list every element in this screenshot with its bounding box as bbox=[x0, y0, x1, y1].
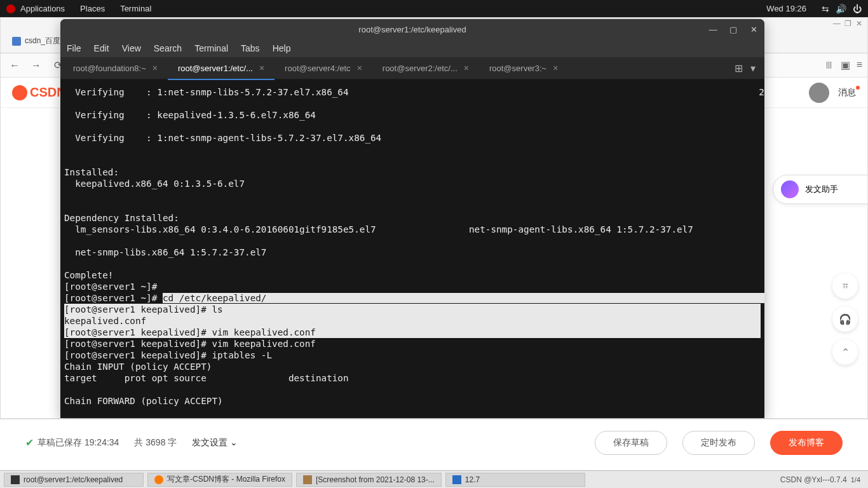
forward-button[interactable]: → bbox=[27, 57, 45, 74]
places-menu[interactable]: Places bbox=[80, 4, 105, 13]
avatar[interactable] bbox=[809, 83, 829, 103]
library-icon[interactable]: ⫼ bbox=[824, 59, 834, 71]
terminal-output-top: Verifying : 1:net-snmp-libs-5.7.2-37.el7… bbox=[64, 86, 761, 304]
sidebar-icon[interactable]: ▣ bbox=[841, 59, 850, 71]
notification-dot-icon bbox=[856, 86, 860, 90]
back-button[interactable]: ← bbox=[6, 57, 24, 74]
menu-edit[interactable]: Edit bbox=[94, 43, 109, 53]
window-close[interactable]: ✕ bbox=[856, 19, 862, 28]
hamburger-icon[interactable]: ≡ bbox=[857, 59, 862, 71]
menu-tabs[interactable]: Tabs bbox=[241, 43, 260, 53]
terminal-window: root@server1:/etc/keepalived — ▢ ✕ File … bbox=[60, 19, 764, 418]
close-icon[interactable]: × bbox=[553, 63, 558, 73]
menu-terminal[interactable]: Terminal bbox=[194, 43, 228, 53]
terminal-output-highlight: [root@server1 keepalived]# ls keepalived… bbox=[64, 304, 761, 338]
task-firefox[interactable]: 写文章-CSDN博客 - Mozilla Firefox bbox=[147, 473, 292, 487]
writing-assistant-float[interactable]: 发文助手 bbox=[773, 175, 868, 204]
terminal-titlebar: root@server1:/etc/keepalived — ▢ ✕ bbox=[60, 19, 764, 39]
task-document[interactable]: 12.7 bbox=[445, 473, 585, 487]
term-tab-server4[interactable]: root@server4:/etc× bbox=[275, 57, 372, 79]
csdn-mascot-icon bbox=[12, 85, 27, 100]
word-count: 共 3698 字 bbox=[134, 437, 177, 449]
terminal-output-bottom: [root@server1 keepalived]# vim keepalive… bbox=[64, 338, 761, 407]
terminal-menubar: File Edit View Search Terminal Tabs Help bbox=[60, 39, 764, 57]
save-draft-button[interactable]: 保存草稿 bbox=[595, 431, 667, 455]
qr-icon[interactable]: ⌗ bbox=[832, 273, 858, 299]
close-button[interactable]: ✕ bbox=[748, 24, 759, 35]
terminal-body[interactable]: Verifying : 1:net-snmp-libs-5.7.2-37.el7… bbox=[60, 80, 764, 418]
image-icon bbox=[303, 475, 312, 484]
tab-menu-icon[interactable]: ▾ bbox=[750, 62, 756, 74]
collapse-up-icon[interactable]: ⌃ bbox=[832, 339, 858, 365]
menu-file[interactable]: File bbox=[67, 43, 81, 53]
term-tab-server2[interactable]: root@server2:/etc/...× bbox=[372, 57, 479, 79]
task-terminal[interactable]: root@server1:/etc/keepalived bbox=[4, 473, 144, 487]
menu-view[interactable]: View bbox=[122, 43, 141, 53]
publish-settings[interactable]: 发文设置 ⌄ bbox=[192, 437, 238, 449]
wifi-icon[interactable]: ⇆ bbox=[822, 4, 829, 14]
clock[interactable]: Wed 19:26 bbox=[766, 4, 806, 13]
menu-help[interactable]: Help bbox=[273, 43, 291, 53]
side-tools: ⌗ 🎧 ⌃ bbox=[832, 273, 858, 365]
terminal-icon bbox=[11, 475, 20, 484]
close-icon[interactable]: × bbox=[259, 63, 264, 73]
publish-button[interactable]: 发布博客 bbox=[770, 431, 843, 455]
window-maximize[interactable]: ❐ bbox=[844, 19, 851, 28]
headset-icon[interactable]: 🎧 bbox=[832, 306, 858, 332]
terminal-title: root@server1:/etc/keepalived bbox=[358, 25, 466, 34]
draft-status: ✔ 草稿已保存 19:24:34 bbox=[25, 437, 119, 449]
term-tab-foundation8[interactable]: root@foundation8:~× bbox=[63, 57, 168, 79]
power-icon[interactable]: ⏻ bbox=[853, 4, 862, 14]
maximize-button[interactable]: ▢ bbox=[728, 24, 739, 35]
close-icon[interactable]: × bbox=[357, 63, 362, 73]
minimize-button[interactable]: — bbox=[707, 24, 719, 35]
watermark-text: CSDN @Yxl---0.7.4 bbox=[780, 475, 847, 484]
terminal-menu[interactable]: Terminal bbox=[120, 4, 151, 13]
gnome-taskbar: root@server1:/etc/keepalived 写文章-CSDN博客 … bbox=[0, 470, 868, 488]
schedule-publish-button[interactable]: 定时发布 bbox=[682, 431, 755, 455]
browser-tab[interactable]: csdn_百度 bbox=[4, 32, 68, 50]
menu-search[interactable]: Search bbox=[154, 43, 182, 53]
close-icon[interactable]: × bbox=[464, 63, 469, 73]
redhat-icon bbox=[6, 4, 15, 13]
term-tab-server3[interactable]: root@server3:~× bbox=[479, 57, 568, 79]
close-icon[interactable]: × bbox=[153, 63, 158, 73]
window-minimize[interactable]: — bbox=[833, 19, 841, 28]
workspace-indicator[interactable]: 1/4 bbox=[851, 476, 864, 484]
volume-icon[interactable]: 🔊 bbox=[836, 4, 846, 14]
tab-label: csdn_百度 bbox=[25, 36, 60, 46]
task-screenshot[interactable]: [Screenshot from 2021-12-08 13-... bbox=[296, 473, 442, 487]
assistant-icon bbox=[781, 180, 799, 198]
terminal-tabbar: root@foundation8:~× root@server1:/etc/..… bbox=[60, 57, 764, 80]
new-tab-icon[interactable]: ⊞ bbox=[735, 62, 743, 74]
csdn-logo[interactable]: CSDN bbox=[12, 85, 66, 100]
document-icon bbox=[452, 475, 461, 484]
applications-menu[interactable]: Applications bbox=[20, 4, 65, 13]
gnome-top-bar: Applications Places Terminal Wed 19:26 ⇆… bbox=[0, 0, 868, 17]
editor-bottom-bar: ✔ 草稿已保存 19:24:34 共 3698 字 发文设置 ⌄ 保存草稿 定时… bbox=[0, 419, 868, 466]
messages-link[interactable]: 消息 bbox=[838, 87, 856, 98]
chevron-down-icon: ⌄ bbox=[230, 437, 238, 447]
check-icon: ✔ bbox=[25, 437, 34, 449]
term-tab-server1[interactable]: root@server1:/etc/...× bbox=[168, 57, 275, 79]
favicon-icon bbox=[12, 37, 21, 46]
firefox-icon bbox=[154, 475, 163, 484]
